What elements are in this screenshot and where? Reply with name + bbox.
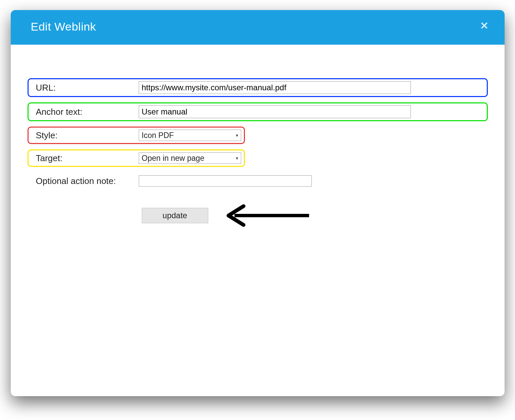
update-button[interactable]: update [142,208,208,223]
url-input[interactable] [139,81,411,94]
modal-body: URL: Anchor text: Style: Icon PDF ▾ [11,45,505,241]
edit-weblink-modal: Edit Weblink ✕ URL: Anchor text: Style: [11,10,505,396]
arrow-left-icon [225,204,312,227]
chevron-down-icon: ▾ [236,133,238,138]
chevron-down-icon: ▾ [236,155,238,161]
anchor-text-input[interactable] [139,105,411,118]
style-select-value: Icon PDF [142,131,174,140]
action-note-input[interactable] [139,175,312,187]
target-select-value: Open in new page [142,154,205,163]
submit-row: update [28,204,488,227]
style-row: Style: Icon PDF ▾ [28,127,245,144]
style-label: Style: [31,130,139,141]
close-icon[interactable]: ✕ [477,19,491,32]
action-note-row: Optional action note: [28,172,488,190]
target-label: Target: [31,153,139,164]
action-note-label: Optional action note: [31,176,139,186]
target-row: Target: Open in new page ▾ [28,149,245,167]
target-select[interactable]: Open in new page ▾ [139,152,241,164]
url-label: URL: [31,83,139,93]
anchor-text-row: Anchor text: [28,102,488,121]
modal-header: Edit Weblink ✕ [11,10,505,45]
style-select[interactable]: Icon PDF ▾ [139,130,241,141]
anchor-text-label: Anchor text: [31,107,139,117]
modal-title: Edit Weblink [31,20,96,33]
url-row: URL: [28,78,488,97]
